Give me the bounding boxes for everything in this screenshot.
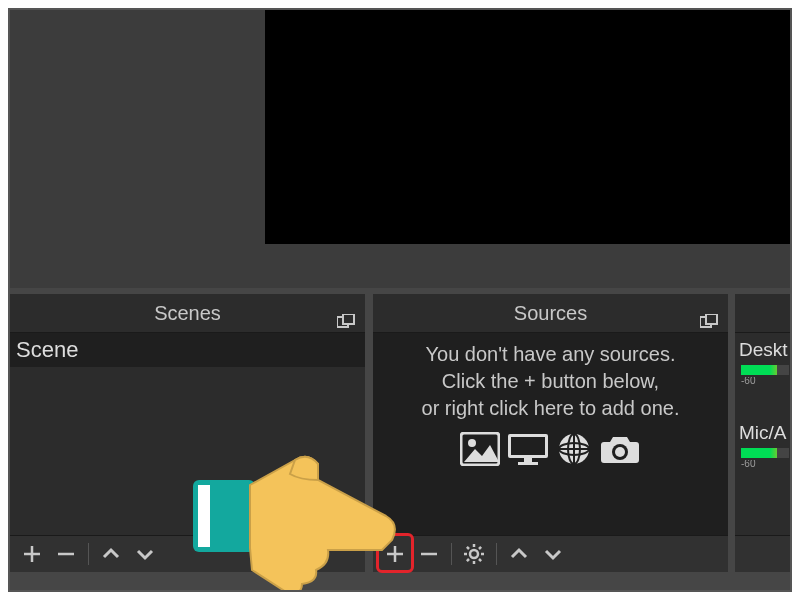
source-properties-button[interactable]: [462, 542, 486, 566]
mixer-channel-label: Mic/A: [735, 416, 792, 444]
scenes-panel-title: Scenes: [10, 294, 365, 333]
source-move-up-button[interactable]: [507, 542, 531, 566]
mixer-channel-label: Deskt: [735, 333, 792, 361]
image-icon: [460, 432, 500, 470]
sources-list[interactable]: You don't have any sources. Click the + …: [373, 333, 728, 536]
app-frame: Scenes Scene: [8, 8, 792, 592]
mixer-body: Deskt -60 Mic/A -60: [735, 333, 792, 536]
svg-point-16: [615, 447, 625, 457]
mixer-toolbar: [735, 535, 792, 572]
preview-canvas[interactable]: [265, 10, 792, 244]
toolbar-separator: [496, 543, 497, 565]
audio-mixer-panel: Deskt -60 Mic/A -60: [735, 294, 792, 572]
mixer-panel-title: [735, 294, 792, 333]
remove-source-button[interactable]: [417, 542, 441, 566]
svg-line-23: [479, 559, 481, 561]
scene-move-down-button[interactable]: [133, 542, 157, 566]
toolbar-separator: [88, 543, 89, 565]
svg-line-25: [479, 547, 481, 549]
svg-rect-3: [706, 314, 717, 324]
camera-icon: [598, 432, 642, 470]
toolbar-separator: [451, 543, 452, 565]
sources-empty-hint: You don't have any sources. Click the + …: [373, 333, 728, 428]
svg-rect-1: [343, 314, 354, 324]
svg-point-17: [470, 550, 478, 558]
remove-scene-button[interactable]: [54, 542, 78, 566]
svg-line-24: [467, 559, 469, 561]
audio-meter: [741, 365, 789, 375]
sources-toolbar: [373, 535, 728, 572]
sources-panel: Sources You don't have any sources. Clic…: [373, 294, 728, 572]
audio-meter: [741, 448, 789, 458]
svg-rect-9: [518, 462, 538, 465]
tutorial-highlight: [376, 533, 414, 573]
hint-line: Click the + button below,: [387, 368, 714, 395]
scene-move-up-button[interactable]: [99, 542, 123, 566]
add-scene-button[interactable]: [20, 542, 44, 566]
sources-title-text: Sources: [514, 302, 587, 324]
preview-area: [10, 10, 790, 288]
hint-line: You don't have any sources.: [387, 341, 714, 368]
svg-rect-7: [511, 437, 545, 455]
scene-list-item[interactable]: Scene: [10, 333, 365, 367]
scenes-toolbar: [10, 535, 365, 572]
monitor-icon: [506, 432, 550, 470]
svg-point-5: [468, 439, 476, 447]
source-move-down-button[interactable]: [541, 542, 565, 566]
svg-line-22: [467, 547, 469, 549]
sources-panel-title: Sources: [373, 294, 728, 333]
source-type-icons: [373, 432, 728, 470]
hint-line: or right click here to add one.: [387, 395, 714, 422]
scenes-title-text: Scenes: [154, 302, 221, 324]
svg-rect-8: [524, 458, 532, 462]
scenes-panel: Scenes Scene: [10, 294, 365, 572]
globe-icon: [556, 432, 592, 470]
scenes-list[interactable]: Scene: [10, 333, 365, 536]
